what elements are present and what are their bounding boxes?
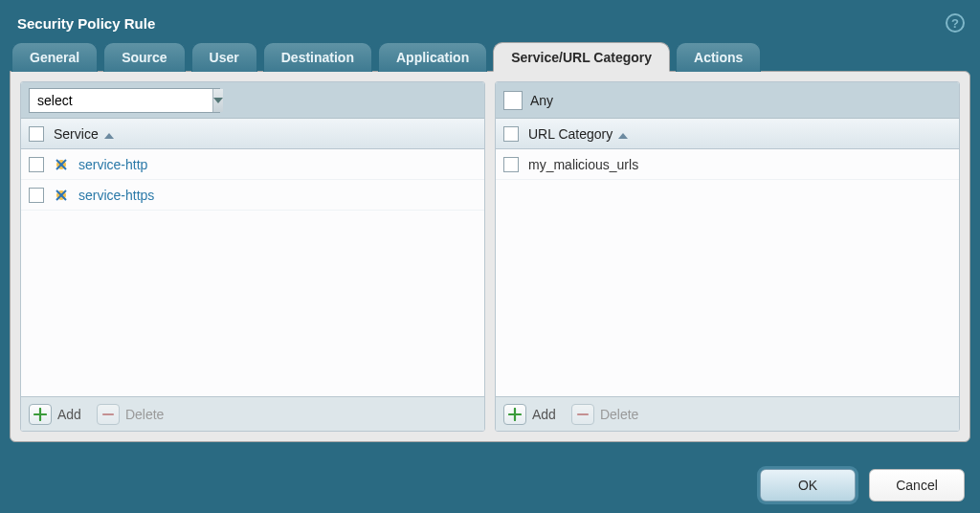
tab-label: Source <box>122 50 167 65</box>
add-button[interactable] <box>29 404 52 425</box>
url-select-all-checkbox[interactable] <box>503 126 519 142</box>
add-label: Add <box>57 407 81 422</box>
service-select-input[interactable] <box>30 89 212 112</box>
tabs: General Source User Destination Applicat… <box>0 42 980 72</box>
tab-service-url-category[interactable]: Service/URL Category <box>493 42 670 72</box>
url-row[interactable]: my_malicious_urls <box>496 149 959 180</box>
url-column-header[interactable]: URL Category <box>496 119 959 149</box>
header-text: URL Category <box>528 126 612 142</box>
service-rows: service-http service-https <box>21 149 484 396</box>
panel-container: Service service-http servic <box>10 71 970 442</box>
tab-label: Destination <box>281 50 354 65</box>
header-text: Service <box>54 126 99 142</box>
cancel-label: Cancel <box>896 478 938 493</box>
any-checkbox[interactable] <box>503 91 523 110</box>
tab-label: Actions <box>694 50 743 65</box>
url-panel-top: Any <box>496 82 959 119</box>
row-checkbox[interactable] <box>29 157 44 172</box>
delete-button[interactable] <box>97 404 120 425</box>
titlebar: Security Policy Rule ? <box>0 0 980 42</box>
sort-asc-icon <box>104 126 114 142</box>
tab-label: Application <box>396 50 469 65</box>
ok-button[interactable]: OK <box>760 469 856 502</box>
service-header-label: Service <box>54 126 114 142</box>
help-icon[interactable]: ? <box>946 13 965 33</box>
tab-label: Service/URL Category <box>511 50 652 65</box>
service-row[interactable]: service-http <box>21 149 484 180</box>
ok-label: OK <box>798 478 817 493</box>
service-select[interactable] <box>29 88 220 113</box>
url-category-panel: Any URL Category my_malicious_urls <box>495 81 960 432</box>
service-name[interactable]: service-http <box>78 157 147 172</box>
service-panel-footer: Add Delete <box>21 396 484 431</box>
tab-application[interactable]: Application <box>378 42 487 72</box>
sort-asc-icon <box>618 126 628 142</box>
row-checkbox[interactable] <box>29 188 44 203</box>
delete-label: Delete <box>600 407 638 422</box>
service-name[interactable]: service-https <box>78 188 154 203</box>
tab-label: User <box>210 50 239 65</box>
dialog-footer: OK Cancel <box>760 469 965 502</box>
tab-general[interactable]: General <box>11 42 98 72</box>
url-header-label: URL Category <box>528 126 628 142</box>
tab-label: General <box>30 50 79 65</box>
service-icon <box>54 188 69 203</box>
any-label: Any <box>530 93 553 108</box>
cancel-button[interactable]: Cancel <box>869 469 965 502</box>
service-icon <box>54 157 69 172</box>
add-label: Add <box>532 407 556 422</box>
service-panel: Service service-http servic <box>20 81 485 432</box>
delete-button[interactable] <box>571 404 594 425</box>
service-panel-top <box>21 82 484 119</box>
tab-user[interactable]: User <box>191 42 257 72</box>
service-row[interactable]: service-https <box>21 180 484 211</box>
url-rows: my_malicious_urls <box>496 149 959 396</box>
url-category-name: my_malicious_urls <box>528 157 638 172</box>
service-select-all-checkbox[interactable] <box>29 126 44 142</box>
url-panel-footer: Add Delete <box>496 396 959 431</box>
tab-destination[interactable]: Destination <box>263 42 372 72</box>
service-column-header[interactable]: Service <box>21 119 484 149</box>
security-policy-rule-dialog: Security Policy Rule ? General Source Us… <box>0 0 980 513</box>
tab-source[interactable]: Source <box>103 42 185 72</box>
chevron-down-icon[interactable] <box>212 89 223 112</box>
add-button[interactable] <box>503 404 526 425</box>
dialog-title: Security Policy Rule <box>17 15 155 32</box>
tab-actions[interactable]: Actions <box>676 42 761 72</box>
row-checkbox[interactable] <box>503 157 519 172</box>
delete-label: Delete <box>125 407 164 422</box>
